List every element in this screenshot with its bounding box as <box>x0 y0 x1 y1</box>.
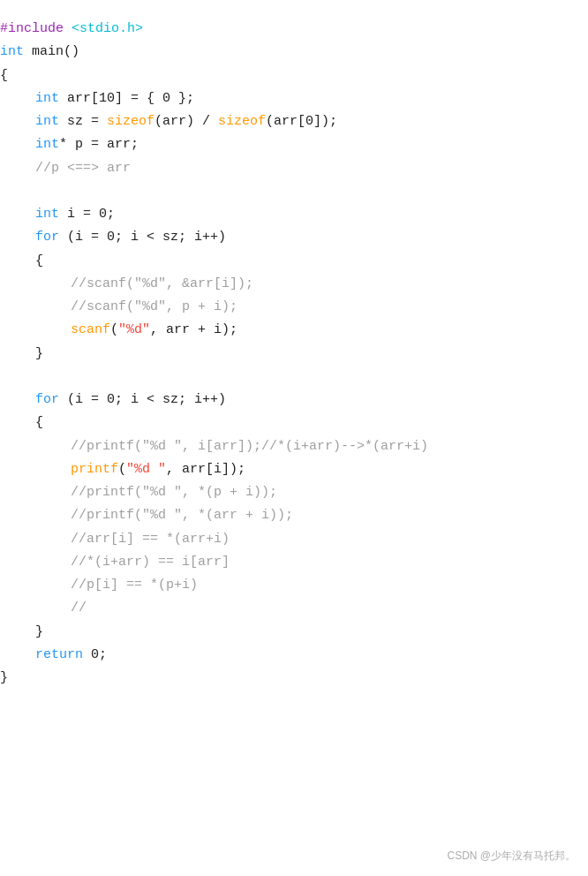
code-line: int main() <box>0 41 588 64</box>
code-line: //printf("%d ", *(arr + i)); <box>0 504 588 527</box>
code-line: } <box>0 621 588 644</box>
code-line: //printf("%d ", i[arr]);//*(i+arr)-->*(a… <box>0 435 588 458</box>
watermark: CSDN @少年没有马托邦。 <box>447 849 576 864</box>
code-line <box>0 180 588 203</box>
code-line: // <box>0 597 588 620</box>
code-line: //p[i] == *(p+i) <box>0 574 588 597</box>
code-line: { <box>0 250 588 273</box>
code-line: } <box>0 343 588 366</box>
code-line: //scanf("%d", p + i); <box>0 296 588 319</box>
code-line: printf("%d ", arr[i]); <box>0 458 588 481</box>
code-line: int arr[10] = { 0 }; <box>0 87 588 110</box>
code-line: int* p = arr; <box>0 133 588 156</box>
code-line: for (i = 0; i < sz; i++) <box>0 389 588 412</box>
code-line: } <box>0 667 588 690</box>
code-line: //printf("%d ", *(p + i)); <box>0 481 588 504</box>
code-line: int i = 0; <box>0 203 588 226</box>
code-line: int sz = sizeof(arr) / sizeof(arr[0]); <box>0 110 588 133</box>
code-line: for (i = 0; i < sz; i++) <box>0 226 588 249</box>
code-line <box>0 366 588 389</box>
code-line: //arr[i] == *(arr+i) <box>0 528 588 551</box>
code-line: //scanf("%d", &arr[i]); <box>0 273 588 296</box>
code-line: scanf("%d", arr + i); <box>0 319 588 342</box>
code-line: return 0; <box>0 644 588 667</box>
code-line: #include <stdio.h> <box>0 18 588 41</box>
code-line: //*(i+arr) == i[arr] <box>0 551 588 574</box>
code-line: { <box>0 64 588 87</box>
code-line: //p <==> arr <box>0 157 588 180</box>
code-editor: #include <stdio.h>int main(){int arr[10]… <box>0 0 588 876</box>
code-line: { <box>0 412 588 434</box>
